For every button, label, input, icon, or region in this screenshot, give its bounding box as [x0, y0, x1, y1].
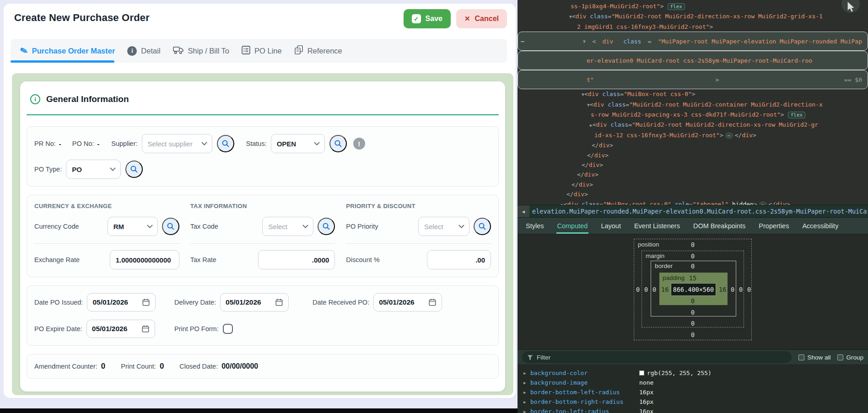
- code-segment: =: [608, 13, 611, 20]
- computed-property-row[interactable]: ▶border-top-left-radius16px: [518, 407, 868, 413]
- expand-arrow-icon[interactable]: ▶: [523, 390, 530, 395]
- devtools-tab-computed[interactable]: Computed: [556, 218, 589, 234]
- exchange-rate-input[interactable]: 1.0000000000000: [110, 250, 179, 269]
- code-segment: <: [572, 13, 576, 20]
- status-select[interactable]: OPEN: [271, 134, 325, 153]
- status-select-value: OPEN: [277, 140, 297, 148]
- code-segment: ▼: [583, 37, 586, 46]
- search-icon: [130, 165, 138, 173]
- filter-input[interactable]: Filter: [522, 351, 792, 363]
- elements-tree-line[interactable]: ▶<div class="MuiBox-root css-0" role="ta…: [518, 199, 868, 205]
- expand-ellipsis-icon[interactable]: ⋯: [759, 202, 767, 205]
- expand-arrow-icon[interactable]: ▶: [523, 400, 530, 404]
- margin-left-value: 0: [644, 286, 648, 293]
- elements-tree-line[interactable]: ▼<div class="MuiBox-root css-0">: [518, 89, 868, 99]
- section-title: General Information: [46, 94, 129, 104]
- tab-po-line[interactable]: PO Line: [242, 46, 282, 56]
- border-label: border: [655, 263, 673, 269]
- date-po-issued-value: 05/01/2026: [92, 298, 128, 306]
- devtools-tab-layout[interactable]: Layout: [600, 218, 622, 234]
- po-type-search-button[interactable]: [125, 161, 143, 178]
- supplier-select[interactable]: Select supplier: [142, 134, 212, 153]
- currency-code-value: RM: [113, 223, 124, 231]
- cancel-button[interactable]: ✕ Cancel: [456, 9, 507, 28]
- expand-ellipsis-icon[interactable]: ⋯: [725, 133, 733, 139]
- currency-search-button[interactable]: [162, 218, 179, 235]
- code-segment: div: [589, 161, 599, 168]
- elements-tree-line[interactable]: ▼<div class="MuiGrid2-root MuiGrid2-dire…: [518, 11, 868, 21]
- code-segment: div: [593, 101, 604, 108]
- elements-tree-line[interactable]: </div>: [518, 180, 868, 189]
- calendar-icon: [428, 298, 437, 306]
- print-count-value: 0: [160, 362, 164, 371]
- elements-tree-line[interactable]: </div>: [518, 189, 868, 199]
- po-type-select[interactable]: PO: [66, 160, 121, 179]
- code-segment: div: [588, 91, 598, 97]
- elements-tree-line[interactable]: ▶<div class="MuiGrid2-root MuiGrid2-dire…: [518, 120, 868, 130]
- tax-search-button[interactable]: [318, 218, 335, 235]
- devtools-tab-properties[interactable]: Properties: [758, 218, 790, 234]
- priority-search-button[interactable]: [474, 218, 491, 235]
- elements-tree-line[interactable]: id-xs-12 css-16fnxy3-MuiGrid2-root">⋯</d…: [518, 130, 868, 140]
- computed-property-row[interactable]: ▶background-imagenone: [518, 378, 868, 387]
- tab-reference[interactable]: Reference: [294, 45, 342, 57]
- breadcrumb-back-button[interactable]: ◀: [518, 205, 529, 217]
- checkbox-icon: [837, 354, 843, 360]
- elements-tree-line[interactable]: </div>: [518, 160, 868, 170]
- elements-tree-line[interactable]: ▼<div class="MuiGrid2-root MuiGrid2-cont…: [518, 100, 868, 110]
- computed-property-row[interactable]: ▶background-colorrgb(255, 255, 255): [518, 368, 868, 378]
- show-all-checkbox[interactable]: Show all: [798, 354, 830, 361]
- fieldset-dates: Date PO Issued: 05/01/2026 Delivery Date…: [27, 285, 499, 346]
- tax-rate-input[interactable]: .0000: [258, 250, 335, 269]
- po-expire-input[interactable]: 05/01/2026: [86, 320, 155, 338]
- expand-arrow-icon[interactable]: ▶: [523, 381, 530, 385]
- flex-badge[interactable]: flex: [668, 3, 685, 10]
- discount-input[interactable]: .00: [427, 250, 491, 269]
- elements-tree-line[interactable]: ⋯▼<div class="MuiPaper-root MuiPaper-ele…: [518, 32, 868, 51]
- date-po-issued-input[interactable]: 05/01/2026: [87, 293, 156, 311]
- elements-tree-line[interactable]: </div>: [518, 140, 868, 150]
- po-priority-select[interactable]: Select: [418, 217, 469, 236]
- code-segment: div: [596, 121, 607, 128]
- elements-tree-line[interactable]: s-row MuiGrid2-spacing-xs-3 css-dkd71f-M…: [518, 110, 868, 120]
- currency-code-select[interactable]: RM: [108, 217, 158, 236]
- expand-arrow-icon[interactable]: ▶: [523, 371, 530, 375]
- pr-no-label: PR No:: [34, 140, 56, 147]
- flex-badge[interactable]: flex: [788, 112, 806, 118]
- elements-tree-line[interactable]: </div>: [518, 170, 868, 179]
- calendar-icon: [141, 325, 150, 333]
- code-segment: </: [566, 191, 574, 198]
- devtools-tab-dom-breakpoints[interactable]: DOM Breakpoints: [692, 218, 746, 234]
- expand-arrow-icon[interactable]: ▶: [523, 409, 530, 413]
- delivery-date-input[interactable]: 05/01/2026: [220, 293, 289, 311]
- elements-tree-line[interactable]: t"> == $0: [518, 70, 868, 89]
- elements-tree-line[interactable]: 2 imgGird1 css-16fnxy3-MuiGrid2-root">: [518, 22, 868, 32]
- tab-purchase-order-master[interactable]: ✎Purchase Order Master: [20, 45, 115, 56]
- supplier-search-button[interactable]: [217, 135, 234, 152]
- elements-tree-line[interactable]: er-elevation0 MuiCard-root css-2s58ym-Mu…: [518, 51, 868, 70]
- group-checkbox[interactable]: Group: [837, 354, 863, 361]
- tab-label: Reference: [307, 47, 342, 55]
- code-segment: "MuiGrid2-root MuiGrid2-direction-xs-row…: [611, 13, 823, 20]
- devtools-tab-event-listeners[interactable]: Event Listeners: [633, 218, 681, 234]
- fieldset-header-info: PR No: - PO No: - Supplier: Select suppl…: [27, 126, 499, 187]
- date-received-input[interactable]: 05/01/2026: [373, 293, 442, 311]
- computed-property-row[interactable]: ▶border-bottom-right-radius16px: [518, 397, 868, 407]
- print-po-form-checkbox[interactable]: [223, 324, 233, 334]
- tab-detail[interactable]: iDetail: [127, 46, 160, 56]
- save-button[interactable]: ✓ Save: [404, 9, 451, 28]
- devtools-tab-accessibility[interactable]: Accessibility: [801, 218, 839, 234]
- tax-code-select[interactable]: Select: [262, 217, 313, 236]
- status-search-button[interactable]: [329, 135, 347, 152]
- tab-ship-bill-to[interactable]: Ship / Bill To: [173, 46, 230, 56]
- elements-tree-line[interactable]: ss-1pi8xg4-MuiGrid2-root">flex: [518, 1, 868, 11]
- code-segment: </: [577, 171, 584, 178]
- group-label: Group: [846, 354, 863, 361]
- devtools-tab-styles[interactable]: Styles: [525, 218, 545, 234]
- box-model-diagram[interactable]: 866.400×560 position 0 margin 0 border 0…: [634, 239, 752, 340]
- elements-tree-line[interactable]: </div>: [518, 150, 868, 160]
- code-segment: div: [579, 181, 589, 188]
- computed-property-row[interactable]: ▶border-bottom-left-radius16px: [518, 387, 868, 397]
- po-type-label: PO Type:: [34, 166, 62, 173]
- filter-placeholder: Filter: [537, 354, 550, 361]
